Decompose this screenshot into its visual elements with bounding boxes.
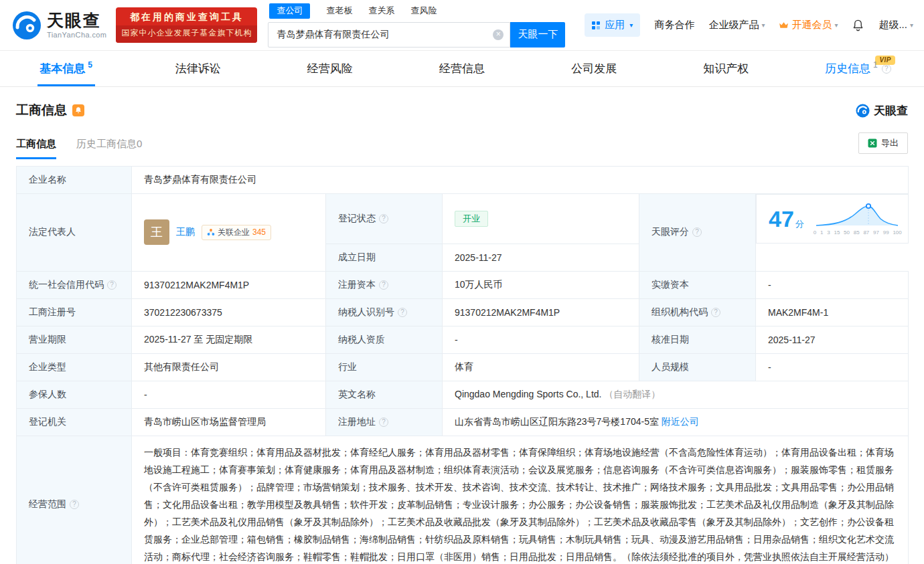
value-industry: 体育 [443, 353, 639, 381]
row-credit-code: 统一社会信用代码? 91370212MAK2MF4M1P 注册资本? 10万人民… [17, 271, 909, 298]
address-text: 山东省青岛市崂山区辽阳东路23号7号楼1704-5室 [455, 416, 659, 427]
tab-intellectual-property[interactable]: 知识产权 [660, 51, 792, 86]
label-text: 统一社会信用代码 [29, 279, 104, 290]
tab-legal-proceedings[interactable]: 法律诉讼 [132, 51, 264, 86]
label-tianyan-score: 天眼评分? [639, 194, 756, 272]
top-header: 天眼查 TianYanCha.com 都在用的商业查询工具 国家中小企业发展子基… [0, 0, 924, 51]
label-address: 注册地址? [326, 408, 443, 436]
related-companies-badge[interactable]: 关联企业 345 [202, 225, 271, 240]
label-reg-status: 登记状态? [326, 194, 443, 244]
label-taxpayer-quality: 纳税人资质 [326, 326, 443, 353]
membership-label: 开通会员 [791, 19, 832, 31]
nearby-companies-link[interactable]: 附近公司 [662, 416, 699, 427]
subtab-history-business-info[interactable]: 历史工商信息0 [76, 138, 142, 159]
promo-line2: 国家中小企业发展子基金旗下机构 [116, 25, 257, 43]
label-staff-size: 人员规模 [639, 353, 756, 381]
promo-badge: 都在用的商业查询工具 国家中小企业发展子基金旗下机构 [116, 7, 257, 43]
tab-count-badge: 5 [88, 60, 92, 70]
label-text: 经营范围 [29, 498, 66, 509]
logo-title: 天眼查 [47, 11, 106, 30]
equity-network-icon [207, 228, 215, 236]
tab-business-info[interactable]: 经营信息 [396, 51, 528, 86]
help-icon[interactable]: ? [379, 280, 388, 290]
subtab-row: 工商信息 历史工商信息0 导出 [0, 119, 924, 159]
label-establish-date: 成立日期 [326, 244, 443, 271]
nav-enterprise-products[interactable]: 企业级产品 ▾ [708, 19, 765, 31]
tab-operating-risk[interactable]: 经营风险 [264, 51, 396, 86]
value-tianyan-score[interactable]: 47分 013155085879799100 [756, 194, 909, 244]
search-tab-company[interactable]: 查公司 [269, 3, 310, 19]
tianyancha-watermark: 天眼查 [856, 103, 908, 118]
status-badge: 开业 [455, 211, 488, 227]
row-business-term: 营业期限 2025-11-27 至 无固定期限 纳税人资质 - 核准日期 202… [17, 326, 909, 353]
main-nav-tabs: 基本信息 5 法律诉讼 经营风险 经营信息 公司发展 知识产权 VIP 历史信息… [0, 51, 924, 87]
auto-translate-note: （自动翻译） [604, 389, 660, 399]
help-icon[interactable]: ? [398, 308, 407, 317]
value-reg-number: 370212230673375 [132, 298, 326, 326]
value-org-code: MAK2MF4M-1 [756, 298, 909, 326]
clear-search-icon[interactable]: × [493, 29, 504, 40]
help-icon[interactable]: ? [882, 64, 891, 74]
search-button[interactable]: 天眼一下 [510, 22, 565, 48]
export-label: 导出 [881, 137, 899, 149]
value-company-type: 其他有限责任公司 [132, 353, 326, 381]
tab-company-development[interactable]: 公司发展 [528, 51, 660, 86]
section-header: 工商信息 天眼查 [0, 87, 924, 119]
label-text: 注册地址 [338, 416, 376, 427]
value-taxpayer-id: 91370212MAK2MF4M1P [443, 298, 639, 326]
search-input[interactable] [268, 22, 510, 48]
help-icon[interactable]: ? [107, 280, 117, 290]
help-icon[interactable]: ? [379, 214, 388, 223]
search-tab-relation[interactable]: 查关系 [368, 5, 394, 17]
label-reg-authority: 登记机关 [17, 408, 132, 436]
legal-rep-avatar[interactable]: 王 [144, 219, 169, 245]
label-text: 组织机构代码 [651, 306, 708, 317]
section-title: 工商信息 [16, 102, 67, 119]
top-nav: 应用 ▾ 商务合作 企业级产品 ▾ 开通会员 ▾ 超级... ▾ [585, 13, 913, 37]
export-button[interactable]: 导出 [858, 132, 908, 154]
value-approve-date: 2025-11-27 [756, 326, 909, 353]
label-reg-capital: 注册资本? [326, 271, 443, 298]
help-icon[interactable]: ? [70, 500, 79, 509]
value-establish-date: 2025-11-27 [443, 244, 639, 271]
label-industry: 行业 [326, 353, 443, 381]
logo-subtitle: TianYanCha.com [47, 31, 106, 39]
cooperation-label: 商务合作 [654, 19, 694, 31]
label-business-term: 营业期限 [17, 326, 132, 353]
tab-history-info[interactable]: VIP 历史信息 1 ? [792, 51, 924, 86]
search-tabs: 查公司 查老板 查关系 查风险 [268, 3, 565, 19]
logo-text: 天眼查 TianYanCha.com [47, 11, 106, 39]
nav-business-cooperation[interactable]: 商务合作 [654, 19, 694, 31]
search-tab-boss[interactable]: 查老板 [326, 5, 352, 17]
help-icon[interactable]: ? [692, 227, 702, 237]
nav-super-account[interactable]: 超级... ▾ [878, 19, 913, 31]
legal-rep-name-link[interactable]: 王鹏 [176, 226, 195, 238]
search-box: × [268, 22, 510, 48]
search-tab-risk[interactable]: 查风险 [410, 5, 437, 17]
apps-menu[interactable]: 应用 ▾ [585, 13, 640, 37]
value-reg-authority: 青岛市崂山区市场监督管理局 [132, 408, 326, 436]
nav-open-membership[interactable]: 开通会员 ▾ [779, 19, 838, 31]
value-address: 山东省青岛市崂山区辽阳东路23号7号楼1704-5室 附近公司 [443, 408, 909, 436]
value-staff-size: - [756, 353, 909, 381]
row-company-type: 企业类型 其他有限责任公司 行业 体育 人员规模 - [17, 353, 909, 381]
tab-label: 基本信息 [40, 61, 85, 76]
promo-line1: 都在用的商业查询工具 [116, 7, 257, 25]
label-text: 天眼评分 [651, 226, 689, 237]
monitor-bell-icon[interactable] [72, 104, 84, 116]
tianyancha-logo-icon [12, 11, 42, 40]
excel-icon [868, 138, 877, 148]
watermark-label: 天眼查 [874, 103, 908, 118]
help-icon[interactable]: ? [379, 417, 388, 427]
score-axis-labels: 013155085879799100 [814, 229, 902, 236]
score-distribution-chart: 013155085879799100 [814, 202, 902, 236]
related-companies-count: 345 [252, 227, 266, 237]
help-icon[interactable]: ? [711, 308, 720, 317]
business-info-table: 企业名称 青岛梦鼎体育有限责任公司 法定代表人 王 王鹏 关联企 [16, 166, 909, 564]
value-company-name: 青岛梦鼎体育有限责任公司 [132, 167, 909, 194]
tianyancha-logo[interactable]: 天眼查 TianYanCha.com [12, 11, 106, 40]
tab-basic-info[interactable]: 基本信息 5 [0, 51, 132, 86]
label-approve-date: 核准日期 [639, 326, 756, 353]
notification-bell-icon[interactable] [852, 19, 864, 31]
subtab-business-info[interactable]: 工商信息 [16, 138, 56, 159]
